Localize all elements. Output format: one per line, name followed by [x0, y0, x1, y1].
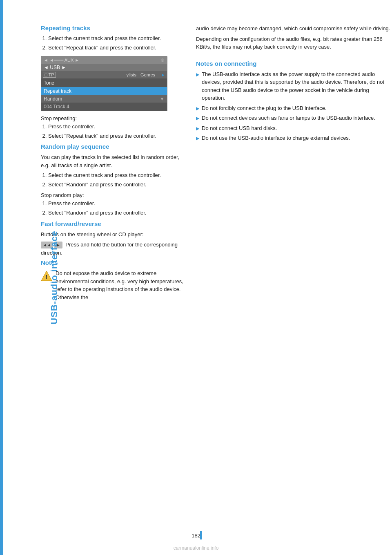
bullet-text: Do not connect devices such as fans or l…	[202, 114, 375, 122]
bullet-item: ▶ Do not forcibly connect the plug to th…	[196, 104, 392, 112]
random-play-steps: Select the current track and press the c…	[48, 172, 184, 189]
connecting-intro2: Depending on the configuration of the au…	[196, 35, 392, 51]
screen-item-track: 004 Track 4	[41, 103, 167, 111]
page-indicator-bar	[200, 531, 202, 539]
triangle-icon: ▶	[196, 105, 199, 112]
sidebar-label: USB-audio interface	[49, 231, 60, 324]
step-item: Select "Repeat track" and press the cont…	[48, 44, 184, 52]
bullet-item: ▶ Do not use the USB-audio interface to …	[196, 134, 392, 142]
menu-arrow: ►	[161, 72, 165, 77]
repeating-tracks-steps: Select the current track and press the c…	[48, 35, 184, 52]
triangle-icon: ▶	[196, 135, 199, 142]
random-play-title: Random play sequence	[41, 143, 184, 150]
repeating-tracks-title: Repeating tracks	[41, 25, 184, 31]
step-item: Select "Random" and press the controller…	[48, 181, 184, 189]
stop-random-label: Stop random play:	[41, 192, 184, 198]
bullet-item: ▶ Do not connect USB hard disks.	[196, 124, 392, 132]
section-notes: Notes ! Do not expose the audio device t…	[41, 259, 184, 304]
bullet-item: ▶ Do not connect devices such as fans or…	[196, 114, 392, 122]
bullet-text: Do not forcibly connect the plug to the …	[202, 104, 327, 112]
step-item: Select the current track and press the c…	[48, 35, 184, 43]
svg-text:!: !	[46, 274, 48, 280]
random-play-intro: You can play the tracks in the selected …	[41, 153, 184, 169]
tp-box: □ TP	[43, 72, 56, 78]
screen-mockup: ◄ ◄═══ AUX ► ⊕ ◄ USB ► □ TP ylists Genre…	[41, 56, 167, 111]
notes-title: Notes	[41, 259, 184, 266]
watermark: carmanualonline.info	[0, 545, 392, 551]
bullet-text: Do not connect USB hard disks.	[202, 124, 277, 132]
triangle-icon: ▶	[196, 125, 199, 132]
step-item: Press the controller.	[48, 123, 184, 131]
step-item: Select the current track and press the c…	[48, 172, 184, 179]
step-item: Press the controller.	[48, 200, 184, 208]
step-item: Select "Repeat track" and press the cont…	[48, 132, 184, 140]
section-notes-on-connecting: audio device may become damaged, which c…	[196, 25, 392, 142]
triangle-icon: ▶	[196, 115, 199, 122]
stop-repeating-steps: Press the controller. Select "Repeat tra…	[48, 123, 184, 140]
notes-box: ! Do not expose the audio device to extr…	[41, 269, 184, 304]
screen-usb-label: ◄ USB ►	[44, 65, 66, 70]
screen-aux-label: ◄ ◄═══ AUX ►	[44, 58, 79, 63]
screen-usb-bar: ◄ USB ►	[41, 64, 167, 71]
bullet-text: The USB-audio interface acts as the powe…	[202, 70, 392, 102]
triangle-icon: ▶	[196, 71, 199, 78]
left-accent-bar	[0, 0, 3, 555]
screen-menu-items: ylists Genres ►	[58, 72, 165, 77]
left-column: Repeating tracks Select the current trac…	[41, 25, 192, 306]
screen-settings-icon: ⊕	[160, 57, 165, 63]
stop-repeating-label: Stop repeating:	[41, 115, 184, 121]
fast-forward-desc: ◄◄ ► Press and hold the button for the c…	[41, 241, 184, 257]
section-random-play: Random play sequence You can play the tr…	[41, 143, 184, 217]
screen-item-tone: Tone	[41, 79, 167, 87]
stop-random-steps: Press the controller. Select "Random" an…	[48, 200, 184, 217]
right-column: audio device may become damaged, which c…	[192, 25, 392, 306]
menu-genres: Genres	[140, 72, 155, 77]
bullet-text: Do not use the USB-audio interface to ch…	[202, 134, 350, 142]
screen-item-repeat: Repeat track	[41, 87, 167, 95]
section-fast-forward: Fast forward/reverse Buttons on the stee…	[41, 220, 184, 257]
watermark-text: carmanualonline.info	[174, 545, 219, 551]
connecting-bullets: ▶ The USB-audio interface acts as the po…	[196, 70, 392, 142]
step-item: Select "Random" and press the controller…	[48, 209, 184, 217]
connecting-intro1: audio device may become damaged, which c…	[196, 25, 392, 33]
page-number: 182	[192, 533, 200, 539]
section-repeating-tracks: Repeating tracks Select the current trac…	[41, 25, 184, 140]
fast-forward-intro: Buttons on the steering wheel or CD play…	[41, 231, 184, 239]
screen-item-random: Random ▼	[41, 95, 167, 103]
screen-menu-row: □ TP ylists Genres ►	[41, 71, 167, 79]
random-arrow: ▼	[160, 96, 165, 102]
menu-ylists: ylists	[127, 72, 136, 77]
bullet-item: ▶ The USB-audio interface acts as the po…	[196, 70, 392, 102]
fast-forward-title: Fast forward/reverse	[41, 220, 184, 227]
random-label: Random	[44, 96, 62, 102]
notes-on-connecting-title: Notes on connecting	[196, 60, 392, 67]
screen-top-bar: ◄ ◄═══ AUX ► ⊕	[41, 56, 167, 64]
notes-warning-text: Do not expose the audio device to extrem…	[56, 269, 184, 301]
